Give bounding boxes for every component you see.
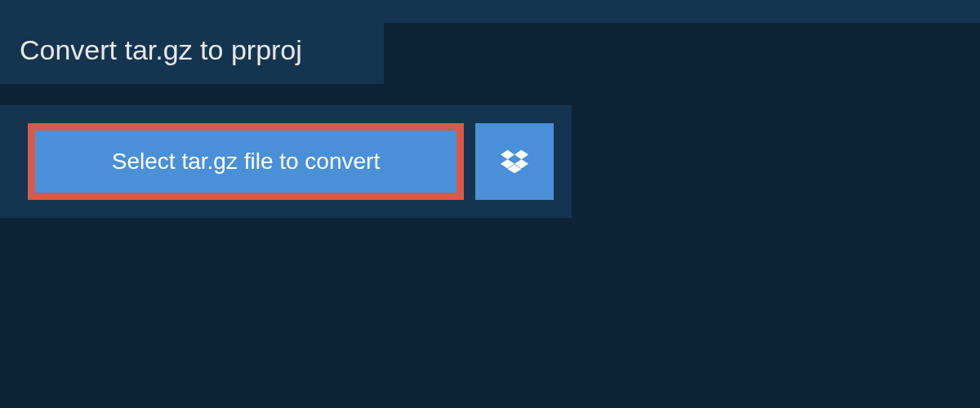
dropbox-button[interactable]	[475, 123, 554, 200]
select-file-button[interactable]: Select tar.gz file to convert	[28, 123, 464, 200]
dropbox-icon	[501, 148, 528, 175]
top-strip	[0, 0, 980, 23]
upload-panel: Select tar.gz file to convert	[0, 105, 572, 218]
select-file-label: Select tar.gz file to convert	[112, 149, 380, 175]
page-title: Convert tar.gz to prproj	[20, 34, 364, 66]
page-header: Convert tar.gz to prproj	[0, 23, 384, 84]
